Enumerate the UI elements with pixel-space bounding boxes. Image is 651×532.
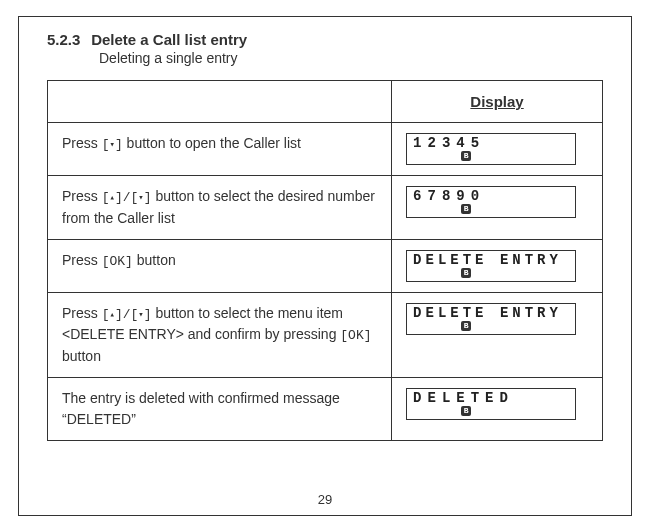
instruction-cell: Press [▴]/[▾] button to select the desir… — [48, 176, 392, 240]
display-cell: 12345 — [392, 123, 603, 176]
table-row: Press [▴]/[▾] button to select the menu … — [48, 292, 603, 377]
instruction-text: button to open the Caller list — [123, 135, 301, 151]
key-down: [▾] — [102, 137, 123, 152]
procedure-table: Display Press [▾] button to open the Cal… — [47, 80, 603, 441]
instruction-text: Press — [62, 135, 102, 151]
instruction-cell: Press [OK] button — [48, 239, 392, 292]
lcd-screen: DELETED — [406, 388, 576, 420]
instruction-text: Press — [62, 252, 102, 268]
lcd-line1: DELETE ENTRY — [413, 252, 562, 268]
table-row: The entry is deleted with confirmed mess… — [48, 377, 603, 440]
instruction-text: button — [133, 252, 176, 268]
key-ok: [OK] — [340, 328, 371, 343]
display-cell: 67890 — [392, 176, 603, 240]
lcd-screen: DELETE ENTRY — [406, 250, 576, 282]
page-number: 29 — [19, 492, 631, 507]
lcd-screen: 67890 — [406, 186, 576, 218]
section-subtitle: Deleting a single entry — [99, 50, 603, 66]
bluetooth-icon — [461, 204, 471, 214]
lcd-screen: DELETE ENTRY — [406, 303, 576, 335]
manual-page: 5.2.3 Delete a Call list entry Deleting … — [18, 16, 632, 516]
section-title: Delete a Call list entry — [91, 31, 247, 48]
section-heading: 5.2.3 Delete a Call list entry — [47, 31, 603, 48]
instruction-text: Press — [62, 305, 102, 321]
instruction-cell: The entry is deleted with confirmed mess… — [48, 377, 392, 440]
display-cell: DELETE ENTRY — [392, 239, 603, 292]
display-cell: DELETE ENTRY — [392, 292, 603, 377]
lcd-line1: 12345 — [413, 135, 485, 151]
lcd-line1: DELETE ENTRY — [413, 305, 562, 321]
key-updown: [▴]/[▾] — [102, 190, 152, 205]
instruction-text: Press — [62, 188, 102, 204]
key-ok: [OK] — [102, 254, 133, 269]
key-updown: [▴]/[▾] — [102, 307, 152, 322]
lcd-line1: DELETED — [413, 390, 514, 406]
section-number: 5.2.3 — [47, 31, 87, 48]
instruction-cell: Press [▾] button to open the Caller list — [48, 123, 392, 176]
table-header-display: Display — [392, 81, 603, 123]
instruction-text: The entry is deleted with confirmed mess… — [62, 390, 340, 427]
lcd-line1: 67890 — [413, 188, 485, 204]
table-row: Press [▴]/[▾] button to select the desir… — [48, 176, 603, 240]
key-label: [▾] — [102, 137, 123, 152]
lcd-screen: 12345 — [406, 133, 576, 165]
table-header-blank — [48, 81, 392, 123]
display-cell: DELETED — [392, 377, 603, 440]
bluetooth-icon — [461, 321, 471, 331]
table-row: Press [OK] button DELETE ENTRY — [48, 239, 603, 292]
bluetooth-icon — [461, 151, 471, 161]
bluetooth-icon — [461, 406, 471, 416]
bluetooth-icon — [461, 268, 471, 278]
table-row: Press [▾] button to open the Caller list… — [48, 123, 603, 176]
instruction-text: button — [62, 348, 101, 364]
instruction-cell: Press [▴]/[▾] button to select the menu … — [48, 292, 392, 377]
